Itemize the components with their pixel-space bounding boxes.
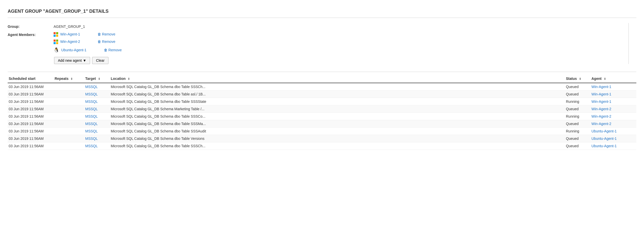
col-header-scheduled-start[interactable]: Scheduled start xyxy=(8,75,54,83)
col-header-target-label: Target xyxy=(85,77,96,81)
target-link-0[interactable]: MSSQL xyxy=(85,85,98,89)
cell-target-7[interactable]: MSSQL xyxy=(84,135,110,142)
cell-target-5[interactable]: MSSQL xyxy=(84,120,110,127)
cell-repeats-6 xyxy=(54,127,84,135)
group-label: Group: xyxy=(8,23,54,30)
svg-rect-5 xyxy=(56,40,58,42)
cell-repeats-1 xyxy=(54,90,84,98)
cell-scheduled-8: 03 Jun 2019 11:56AM xyxy=(8,142,54,150)
windows-icon-0 xyxy=(54,32,58,37)
svg-rect-1 xyxy=(56,32,58,34)
target-link-2[interactable]: MSSQL xyxy=(85,100,98,104)
cell-target-0[interactable]: MSSQL xyxy=(84,83,110,91)
cell-status-2: Running xyxy=(565,98,590,105)
target-link-6[interactable]: MSSQL xyxy=(85,129,98,133)
col-header-agent[interactable]: Agent ⇕ xyxy=(590,75,636,83)
remove-link-1[interactable]: 🗑 Remove xyxy=(97,39,115,45)
target-link-7[interactable]: MSSQL xyxy=(85,137,98,141)
target-link-1[interactable]: MSSQL xyxy=(85,92,98,96)
agent-link-1[interactable]: Win-Agent-2 xyxy=(60,39,80,45)
target-link-8[interactable]: MSSQL xyxy=(85,144,98,148)
cell-location-3: Microsoft SQL Catalog GL_DB Schema Marke… xyxy=(110,105,565,113)
details-content: AGENT_GROUP_1 Win-Agent-1 🗑 Remove xyxy=(54,23,621,64)
cell-status-8: Queued xyxy=(565,142,590,150)
agent-link-table-7[interactable]: Ubuntu-Agent-1 xyxy=(591,137,617,141)
col-header-location[interactable]: Location ⇕ xyxy=(110,75,565,83)
cell-agent-5[interactable]: Win-Agent-2 xyxy=(590,120,636,127)
cell-agent-1[interactable]: Win-Agent-1 xyxy=(590,90,636,98)
svg-rect-2 xyxy=(54,35,56,37)
trash-icon-0: 🗑 xyxy=(97,31,101,38)
agent-link-table-1[interactable]: Win-Agent-1 xyxy=(591,92,611,96)
col-header-repeats[interactable]: Repeats ⇕ xyxy=(54,75,84,83)
location-sort-icon: ⇕ xyxy=(128,77,130,81)
linux-icon-0: 🐧 xyxy=(54,46,59,54)
trash-icon-1: 🗑 xyxy=(97,39,101,45)
cell-agent-0[interactable]: Win-Agent-1 xyxy=(590,83,636,91)
remove-link-0[interactable]: 🗑 Remove xyxy=(97,31,115,38)
cell-repeats-5 xyxy=(54,120,84,127)
agent-link-table-5[interactable]: Win-Agent-2 xyxy=(591,122,611,126)
cell-agent-8[interactable]: Ubuntu-Agent-1 xyxy=(590,142,636,150)
agent-link-2[interactable]: Ubuntu-Agent-1 xyxy=(61,47,86,53)
table-row: 03 Jun 2019 11:56AMMSSQLMicrosoft SQL Ca… xyxy=(8,98,636,105)
details-left: Group: Agent Members: xyxy=(8,23,54,64)
jobs-table: Scheduled start Repeats ⇕ Target ⇕ Locat… xyxy=(8,75,636,150)
cell-repeats-4 xyxy=(54,113,84,120)
add-new-agent-button[interactable]: Add new agent ▼ xyxy=(54,57,90,64)
agent-link-table-3[interactable]: Win-Agent-2 xyxy=(591,107,611,111)
agent-row-0: Win-Agent-1 🗑 Remove xyxy=(54,31,621,38)
cell-location-1: Microsoft SQL Catalog GL_DB Schema dbo T… xyxy=(110,90,565,98)
col-header-target[interactable]: Target ⇕ xyxy=(84,75,110,83)
agent-link-table-2[interactable]: Win-Agent-1 xyxy=(591,100,611,104)
cell-agent-2[interactable]: Win-Agent-1 xyxy=(590,98,636,105)
cell-target-3[interactable]: MSSQL xyxy=(84,105,110,113)
agent-link-table-6[interactable]: Ubuntu-Agent-1 xyxy=(591,129,617,133)
cell-status-5: Queued xyxy=(565,120,590,127)
table-header-row: Scheduled start Repeats ⇕ Target ⇕ Locat… xyxy=(8,75,636,83)
cell-status-0: Queued xyxy=(565,83,590,91)
cell-target-6[interactable]: MSSQL xyxy=(84,127,110,135)
group-name-value: AGENT_GROUP_1 xyxy=(54,23,621,30)
cell-status-4: Running xyxy=(565,113,590,120)
target-link-4[interactable]: MSSQL xyxy=(85,114,98,118)
cell-target-2[interactable]: MSSQL xyxy=(84,98,110,105)
cell-agent-3[interactable]: Win-Agent-2 xyxy=(590,105,636,113)
agent-link-table-4[interactable]: Win-Agent-2 xyxy=(591,114,611,118)
status-sort-icon: ⇕ xyxy=(579,77,581,81)
dropdown-arrow-icon: ▼ xyxy=(83,58,86,63)
cell-location-7: Microsoft SQL Catalog GL_DB Schema dbo T… xyxy=(110,135,565,142)
cell-target-8[interactable]: MSSQL xyxy=(84,142,110,150)
cell-scheduled-4: 03 Jun 2019 11:56AM xyxy=(8,113,54,120)
cell-agent-6[interactable]: Ubuntu-Agent-1 xyxy=(590,127,636,135)
cell-location-2: Microsoft SQL Catalog GL_DB Schema dbo T… xyxy=(110,98,565,105)
table-section: Scheduled start Repeats ⇕ Target ⇕ Locat… xyxy=(8,72,636,150)
table-row: 03 Jun 2019 11:56AMMSSQLMicrosoft SQL Ca… xyxy=(8,120,636,127)
cell-agent-7[interactable]: Ubuntu-Agent-1 xyxy=(590,135,636,142)
cell-status-6: Running xyxy=(565,127,590,135)
cell-target-4[interactable]: MSSQL xyxy=(84,113,110,120)
target-link-3[interactable]: MSSQL xyxy=(85,107,98,111)
remove-label-1: Remove xyxy=(102,39,115,45)
cell-scheduled-7: 03 Jun 2019 11:56AM xyxy=(8,135,54,142)
cell-target-1[interactable]: MSSQL xyxy=(84,90,110,98)
table-row: 03 Jun 2019 11:56AMMSSQLMicrosoft SQL Ca… xyxy=(8,127,636,135)
table-row: 03 Jun 2019 11:56AMMSSQLMicrosoft SQL Ca… xyxy=(8,135,636,142)
agent-link-table-0[interactable]: Win-Agent-1 xyxy=(591,85,611,89)
agent-row-2: 🐧 Ubuntu-Agent-1 🗑 Remove xyxy=(54,46,621,54)
target-link-5[interactable]: MSSQL xyxy=(85,122,98,126)
col-header-agent-label: Agent xyxy=(591,77,602,81)
remove-link-2[interactable]: 🗑 Remove xyxy=(104,47,122,53)
agent-link-table-8[interactable]: Ubuntu-Agent-1 xyxy=(591,144,617,148)
clear-button[interactable]: Clear xyxy=(92,57,108,64)
cell-location-8: Microsoft SQL Catalog GL_DB Schema dbo T… xyxy=(110,142,565,150)
table-row: 03 Jun 2019 11:56AMMSSQLMicrosoft SQL Ca… xyxy=(8,105,636,113)
remove-label-2: Remove xyxy=(108,47,122,53)
cell-scheduled-1: 03 Jun 2019 11:56AM xyxy=(8,90,54,98)
cell-agent-4[interactable]: Win-Agent-2 xyxy=(590,113,636,120)
cell-repeats-2 xyxy=(54,98,84,105)
agent-link-0[interactable]: Win-Agent-1 xyxy=(60,31,80,38)
svg-rect-0 xyxy=(54,32,56,34)
table-row: 03 Jun 2019 11:56AMMSSQLMicrosoft SQL Ca… xyxy=(8,90,636,98)
col-header-status[interactable]: Status ⇕ xyxy=(565,75,590,83)
